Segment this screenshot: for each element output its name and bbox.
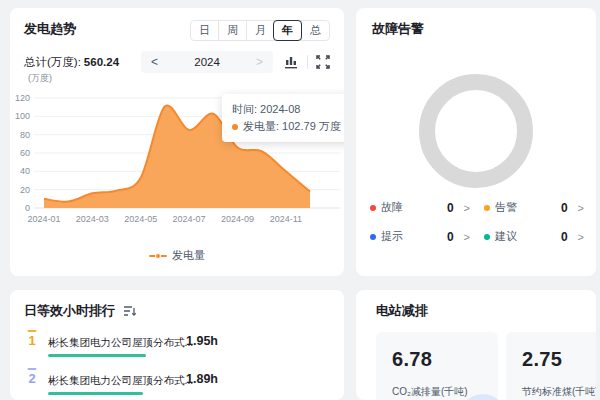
chevron-right-icon[interactable]: > [578, 231, 584, 243]
svg-text:2024-11: 2024-11 [270, 214, 302, 224]
fault-dot-icon [370, 205, 376, 211]
station-name[interactable]: 彬长集团电力公司屋顶分布式... [48, 374, 193, 386]
co2-reduction-card: 6.78 CO₂减排量(千吨) [376, 332, 498, 400]
svg-text:40: 40 [20, 166, 30, 176]
ranking-row[interactable]: 1 彬长集团电力公司屋顶分布式... 1.95h [24, 332, 330, 357]
rank-2-medal-icon: 2 [24, 371, 40, 386]
fault-count: 0 [447, 201, 454, 215]
reduction-panel-title: 电站减排 [376, 302, 596, 320]
rank-progress-bar [48, 392, 143, 395]
notice-count: 0 [447, 230, 454, 244]
tab-week[interactable]: 周 [218, 21, 246, 40]
svg-text:60: 60 [20, 148, 30, 158]
legend-series-label: 发电量 [172, 248, 205, 263]
fullscreen-icon[interactable] [316, 55, 330, 69]
alarm-panel-title: 故障告警 [372, 20, 580, 38]
generation-trend-panel: 发电趋势 日 周 月 年 总 总计(万度): 560.24 < 2024 > [10, 8, 344, 276]
chevron-right-icon[interactable]: > [464, 231, 470, 243]
ranking-panel-title: 日等效小时排行 [24, 302, 115, 320]
alarm-legend-grid: 故障 0 > 告警 0 > 提示 0 > 建议 0 > [370, 200, 584, 244]
alarm-item-suggestion[interactable]: 建议 0 > [484, 229, 584, 244]
svg-text:2024-07: 2024-07 [173, 214, 206, 224]
alarm-item-warning[interactable]: 告警 0 > [484, 200, 584, 215]
station-name[interactable]: 彬长集团电力公司屋顶分布式... [48, 336, 193, 348]
tab-day[interactable]: 日 [191, 21, 218, 40]
trend-header: 发电趋势 日 周 月 年 总 [10, 8, 344, 41]
total-label: 总计(万度): [24, 55, 81, 70]
legend-series-marker-icon [149, 252, 167, 260]
warning-label: 告警 [495, 200, 517, 215]
notice-dot-icon [370, 234, 376, 240]
svg-text:100: 100 [15, 111, 30, 121]
svg-text:120: 120 [15, 93, 30, 103]
svg-text:2024-09: 2024-09 [221, 214, 254, 224]
year-value: 2024 [194, 56, 220, 68]
alarm-item-notice[interactable]: 提示 0 > [370, 229, 470, 244]
co2-reduction-label: CO₂减排量(千吨) [392, 385, 498, 399]
suggestion-dot-icon [484, 234, 490, 240]
svg-text:2024-03: 2024-03 [76, 214, 109, 224]
alarm-donut-chart [419, 74, 533, 188]
trend-panel-title: 发电趋势 [24, 20, 76, 38]
tab-total[interactable]: 总 [301, 21, 329, 40]
svg-text:20: 20 [20, 185, 30, 195]
ranking-row[interactable]: 2 彬长集团电力公司屋顶分布式... 1.89h [24, 370, 330, 395]
rank-progress-bar [48, 354, 146, 357]
chevron-right-icon[interactable]: > [464, 202, 470, 214]
toolbar-divider [307, 55, 308, 69]
fault-alarm-panel: 故障告警 故障 0 > 告警 0 > 提示 0 > 建议 0 > [356, 8, 596, 276]
tooltip-value: 发电量: 102.79 万度 [243, 118, 341, 135]
coal-saving-card: 2.75 节约标准煤(千吨) [506, 332, 596, 400]
trend-subrow: 总计(万度): 560.24 < 2024 > [10, 41, 344, 73]
warning-count: 0 [561, 201, 568, 215]
chart-type-icon[interactable] [283, 54, 299, 70]
alarm-item-fault[interactable]: 故障 0 > [370, 200, 470, 215]
next-year-button[interactable]: > [256, 51, 263, 73]
svg-text:2024-01: 2024-01 [27, 214, 60, 224]
svg-text:0: 0 [25, 203, 30, 213]
chart-tooltip: 时间: 2024-08 发电量: 102.79 万度 [222, 94, 344, 142]
rank-value: 1.95h [186, 334, 218, 348]
coal-saving-label: 节约标准煤(千吨) [522, 385, 596, 399]
fault-label: 故障 [381, 200, 403, 215]
tooltip-series-dot [232, 124, 238, 130]
sort-icon[interactable] [123, 305, 137, 317]
suggestion-count: 0 [561, 230, 568, 244]
coal-saving-value: 2.75 [522, 348, 596, 371]
prev-year-button[interactable]: < [151, 51, 158, 73]
rank-value: 1.89h [186, 372, 218, 386]
emission-reduction-panel: 电站减排 6.78 CO₂减排量(千吨) 2.75 节约标准煤(千吨) [356, 290, 596, 400]
co2-reduction-value: 6.78 [392, 348, 498, 371]
period-tab-group: 日 周 月 年 总 [190, 20, 330, 41]
tooltip-time: 时间: 2024-08 [232, 101, 341, 118]
notice-label: 提示 [381, 229, 403, 244]
chevron-right-icon[interactable]: > [578, 202, 584, 214]
warning-dot-icon [484, 205, 490, 211]
chart-legend[interactable]: 发电量 [10, 248, 344, 263]
suggestion-label: 建议 [495, 229, 517, 244]
rank-1-medal-icon: 1 [24, 333, 40, 348]
tab-month[interactable]: 月 [246, 21, 274, 40]
svg-text:80: 80 [20, 130, 30, 140]
total-value: 560.24 [84, 56, 119, 68]
year-stepper: < 2024 > [141, 51, 273, 73]
equivalent-hours-ranking-panel: 日等效小时排行 1 彬长集团电力公司屋顶分布式... 1.95h 2 彬长集团电… [10, 290, 344, 400]
svg-text:2024-05: 2024-05 [124, 214, 157, 224]
tab-year[interactable]: 年 [273, 20, 302, 41]
